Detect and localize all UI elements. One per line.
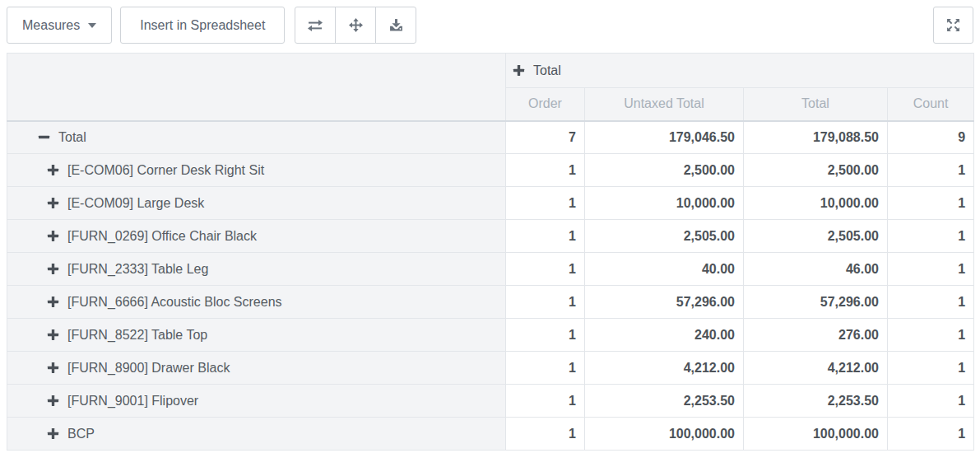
pivot-value-cell: 1 bbox=[888, 352, 974, 385]
table-row: [FURN_2333] Table Leg140.0046.001 bbox=[7, 253, 974, 286]
pivot-value-cell: 240.00 bbox=[585, 319, 744, 352]
pivot-value-cell: 10,000.00 bbox=[744, 187, 888, 220]
minus-icon[interactable] bbox=[38, 131, 50, 143]
measure-header-count[interactable]: Count bbox=[888, 88, 974, 121]
pivot-value-cell: 1 bbox=[506, 253, 585, 286]
pivot-value-cell: 2,500.00 bbox=[744, 154, 888, 187]
plus-icon[interactable] bbox=[47, 197, 59, 209]
row-label: [FURN_8900] Drawer Black bbox=[67, 361, 230, 375]
table-row: [FURN_6666] Acoustic Bloc Screens157,296… bbox=[7, 286, 974, 319]
pivot-value-cell: 2,505.00 bbox=[744, 220, 888, 253]
pivot-value-cell: 2,500.00 bbox=[585, 154, 744, 187]
pivot-value-cell: 1 bbox=[888, 187, 974, 220]
row-label: [E-COM06] Corner Desk Right Sit bbox=[67, 163, 264, 177]
pivot-value-cell: 10,000.00 bbox=[585, 187, 744, 220]
flip-axis-button[interactable] bbox=[295, 7, 336, 44]
expand-all-icon bbox=[349, 18, 363, 32]
table-row: [E-COM06] Corner Desk Right Sit12,500.00… bbox=[7, 154, 974, 187]
pivot-value-cell: 1 bbox=[888, 220, 974, 253]
plus-icon[interactable] bbox=[47, 395, 59, 407]
pivot-value-cell: 276.00 bbox=[744, 319, 888, 352]
row-label: Total bbox=[58, 130, 86, 144]
pivot-value-cell: 1 bbox=[888, 319, 974, 352]
table-row: BCP1100,000.00100,000.001 bbox=[7, 418, 974, 451]
pivot-value-cell: 1 bbox=[506, 187, 585, 220]
row-group-header[interactable]: BCP bbox=[7, 418, 506, 451]
download-icon bbox=[389, 18, 403, 32]
pivot-value-cell: 46.00 bbox=[744, 253, 888, 286]
pivot-value-cell: 2,253.50 bbox=[744, 385, 888, 418]
pivot-value-cell: 1 bbox=[506, 352, 585, 385]
pivot-value-cell: 9 bbox=[888, 121, 974, 154]
measures-button[interactable]: Measures bbox=[7, 7, 112, 44]
pivot-value-cell: 1 bbox=[888, 385, 974, 418]
table-row: [FURN_0269] Office Chair Black12,505.002… bbox=[7, 220, 974, 253]
plus-icon[interactable] bbox=[47, 362, 59, 374]
pivot-value-cell: 1 bbox=[506, 385, 585, 418]
plus-icon[interactable] bbox=[513, 64, 525, 77]
plus-icon[interactable] bbox=[47, 164, 59, 176]
pivot-value-cell: 7 bbox=[506, 121, 585, 154]
pivot-value-cell: 2,505.00 bbox=[585, 220, 744, 253]
table-row: Total7179,046.50179,088.509 bbox=[7, 121, 974, 154]
pivot-value-cell: 100,000.00 bbox=[585, 418, 744, 451]
pivot-value-cell: 100,000.00 bbox=[744, 418, 888, 451]
pivot-value-cell: 1 bbox=[506, 286, 585, 319]
pivot-value-cell: 57,296.00 bbox=[744, 286, 888, 319]
measure-header-total[interactable]: Total bbox=[744, 88, 888, 121]
pivot-value-cell: 179,046.50 bbox=[585, 121, 744, 154]
pivot-header: Total Order Untaxed Total Total Count bbox=[7, 54, 974, 121]
pivot-value-cell: 1 bbox=[506, 319, 585, 352]
column-group-header-total[interactable]: Total bbox=[506, 54, 974, 88]
pivot-table: Total Order Untaxed Total Total Count To… bbox=[7, 53, 974, 451]
table-row: [E-COM09] Large Desk110,000.0010,000.001 bbox=[7, 187, 974, 220]
pivot-value-cell: 4,212.00 bbox=[744, 352, 888, 385]
pivot-value-cell: 1 bbox=[888, 154, 974, 187]
row-group-header[interactable]: [FURN_9001] Flipover bbox=[7, 385, 506, 418]
pivot-value-cell: 179,088.50 bbox=[744, 121, 888, 154]
pivot-value-cell: 1 bbox=[506, 220, 585, 253]
pivot-value-cell: 57,296.00 bbox=[585, 286, 744, 319]
measure-header-untaxed-total[interactable]: Untaxed Total bbox=[585, 88, 744, 121]
row-group-header[interactable]: Total bbox=[7, 121, 506, 154]
insert-in-spreadsheet-label: Insert in Spreadsheet bbox=[140, 18, 265, 33]
row-label: [E-COM09] Large Desk bbox=[67, 196, 204, 210]
flip-axis-icon bbox=[307, 19, 323, 32]
insert-in-spreadsheet-button[interactable]: Insert in Spreadsheet bbox=[120, 7, 285, 44]
row-label: [FURN_9001] Flipover bbox=[67, 394, 198, 408]
pivot-corner-cell bbox=[7, 54, 506, 121]
download-button[interactable] bbox=[375, 7, 416, 44]
row-group-header[interactable]: [E-COM06] Corner Desk Right Sit bbox=[7, 154, 506, 187]
measures-button-label: Measures bbox=[22, 18, 80, 33]
row-label: [FURN_8522] Table Top bbox=[67, 328, 207, 342]
pivot-body: Total7179,046.50179,088.509[E-COM06] Cor… bbox=[7, 121, 974, 451]
row-group-header[interactable]: [E-COM09] Large Desk bbox=[7, 187, 506, 220]
table-row: [FURN_8900] Drawer Black14,212.004,212.0… bbox=[7, 352, 974, 385]
table-row: [FURN_8522] Table Top1240.00276.001 bbox=[7, 319, 974, 352]
pivot-value-cell: 1 bbox=[888, 253, 974, 286]
pivot-value-cell: 1 bbox=[888, 418, 974, 451]
plus-icon[interactable] bbox=[47, 263, 59, 275]
row-group-header[interactable]: [FURN_0269] Office Chair Black bbox=[7, 220, 506, 253]
row-label: [FURN_2333] Table Leg bbox=[67, 262, 208, 276]
toolbar-spacer bbox=[416, 7, 933, 44]
table-row: [FURN_9001] Flipover12,253.502,253.501 bbox=[7, 385, 974, 418]
pivot-toolbar: Measures Insert in Spreadsheet bbox=[7, 7, 973, 44]
measure-header-order[interactable]: Order bbox=[506, 88, 585, 121]
pivot-value-cell: 1 bbox=[888, 286, 974, 319]
plus-icon[interactable] bbox=[47, 230, 59, 242]
column-group-label: Total bbox=[533, 63, 561, 77]
row-group-header[interactable]: [FURN_8900] Drawer Black bbox=[7, 352, 506, 385]
row-group-header[interactable]: [FURN_8522] Table Top bbox=[7, 319, 506, 352]
expand-all-button[interactable] bbox=[335, 7, 376, 44]
plus-icon[interactable] bbox=[47, 427, 59, 440]
pivot-value-cell: 1 bbox=[506, 418, 585, 451]
chevron-down-icon bbox=[88, 23, 96, 28]
row-group-header[interactable]: [FURN_6666] Acoustic Bloc Screens bbox=[7, 286, 506, 319]
plus-icon[interactable] bbox=[47, 296, 59, 308]
row-label: [FURN_0269] Office Chair Black bbox=[67, 229, 257, 243]
row-group-header[interactable]: [FURN_2333] Table Leg bbox=[7, 253, 506, 286]
fullscreen-toggle-button[interactable] bbox=[933, 7, 973, 44]
pivot-value-cell: 1 bbox=[506, 154, 585, 187]
plus-icon[interactable] bbox=[47, 329, 59, 341]
